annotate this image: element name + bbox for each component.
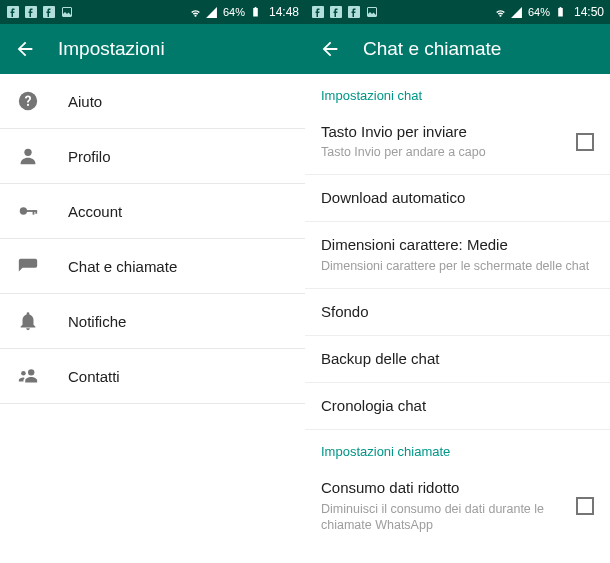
svg-rect-18: [559, 8, 564, 17]
wifi-icon: [494, 5, 508, 19]
item-label: Aiuto: [68, 93, 102, 110]
status-bar: 64% 14:48: [0, 0, 305, 24]
svg-rect-10: [33, 210, 35, 215]
facebook-icon: [6, 5, 20, 19]
setting-wallpaper[interactable]: Sfondo: [305, 289, 610, 336]
signal-icon: [205, 5, 219, 19]
facebook-icon: [42, 5, 56, 19]
setting-subtitle: Dimensioni carattere per le schermate de…: [321, 258, 594, 275]
bell-icon: [16, 309, 40, 333]
svg-rect-9: [26, 210, 36, 212]
setting-subtitle: Diminuisci il consumo dei dati durante l…: [321, 501, 566, 535]
settings-item-help[interactable]: Aiuto: [0, 74, 305, 129]
setting-title: Tasto Invio per inviare: [321, 122, 566, 142]
app-bar: Impostazioni: [0, 24, 305, 74]
svg-rect-19: [560, 7, 562, 8]
settings-item-notifications[interactable]: Notifiche: [0, 294, 305, 349]
section-header-chat: Impostazioni chat: [305, 74, 610, 109]
facebook-icon: [311, 5, 325, 19]
setting-history[interactable]: Cronologia chat: [305, 383, 610, 430]
clock: 14:50: [574, 5, 604, 19]
svg-rect-4: [254, 8, 259, 17]
help-icon: [16, 89, 40, 113]
settings-item-contacts[interactable]: Contatti: [0, 349, 305, 404]
settings-item-chat[interactable]: Chat e chiamate: [0, 239, 305, 294]
page-title: Impostazioni: [58, 38, 165, 60]
checkbox[interactable]: [576, 497, 594, 515]
clock: 14:48: [269, 5, 299, 19]
svg-rect-11: [35, 210, 37, 214]
person-icon: [16, 144, 40, 168]
svg-point-12: [28, 369, 34, 375]
facebook-icon: [24, 5, 38, 19]
item-label: Contatti: [68, 368, 120, 385]
item-label: Profilo: [68, 148, 111, 165]
image-icon: [365, 5, 379, 19]
section-header-calls: Impostazioni chiamate: [305, 430, 610, 465]
battery-icon: [249, 5, 263, 19]
item-label: Account: [68, 203, 122, 220]
back-button[interactable]: [14, 38, 36, 60]
setting-subtitle: Tasto Invio per andare a capo: [321, 144, 566, 161]
setting-title: Cronologia chat: [321, 396, 594, 416]
item-label: Chat e chiamate: [68, 258, 177, 275]
back-button[interactable]: [319, 38, 341, 60]
settings-list: Aiuto Profilo Account Chat e chiamate No…: [0, 74, 305, 563]
setting-enter-to-send[interactable]: Tasto Invio per inviare Tasto Invio per …: [305, 109, 610, 175]
setting-title: Dimensioni carattere: Medie: [321, 235, 594, 255]
setting-auto-download[interactable]: Download automatico: [305, 175, 610, 222]
app-bar: Chat e chiamate: [305, 24, 610, 74]
facebook-icon: [329, 5, 343, 19]
settings-item-profile[interactable]: Profilo: [0, 129, 305, 184]
chat-icon: [16, 254, 40, 278]
chat-settings-list: Impostazioni chat Tasto Invio per inviar…: [305, 74, 610, 563]
screen-settings: 64% 14:48 Impostazioni Aiuto Profilo Acc…: [0, 0, 305, 563]
setting-title: Sfondo: [321, 302, 594, 322]
setting-font-size[interactable]: Dimensioni carattere: Medie Dimensioni c…: [305, 222, 610, 288]
item-label: Notifiche: [68, 313, 126, 330]
setting-low-data[interactable]: Consumo dati ridotto Diminuisci il consu…: [305, 465, 610, 547]
screen-chat-settings: 64% 14:50 Chat e chiamate Impostazioni c…: [305, 0, 610, 563]
svg-point-7: [24, 149, 31, 156]
wifi-icon: [189, 5, 203, 19]
setting-title: Backup delle chat: [321, 349, 594, 369]
people-icon: [16, 364, 40, 388]
setting-title: Download automatico: [321, 188, 594, 208]
svg-rect-5: [255, 7, 257, 8]
facebook-icon: [347, 5, 361, 19]
key-icon: [16, 199, 40, 223]
checkbox[interactable]: [576, 133, 594, 151]
svg-point-13: [21, 371, 26, 376]
signal-icon: [510, 5, 524, 19]
battery-percent: 64%: [528, 6, 550, 18]
battery-icon: [554, 5, 568, 19]
image-icon: [60, 5, 74, 19]
setting-title: Consumo dati ridotto: [321, 478, 566, 498]
page-title: Chat e chiamate: [363, 38, 501, 60]
status-bar: 64% 14:50: [305, 0, 610, 24]
svg-point-8: [20, 207, 27, 214]
settings-item-account[interactable]: Account: [0, 184, 305, 239]
battery-percent: 64%: [223, 6, 245, 18]
setting-backup[interactable]: Backup delle chat: [305, 336, 610, 383]
